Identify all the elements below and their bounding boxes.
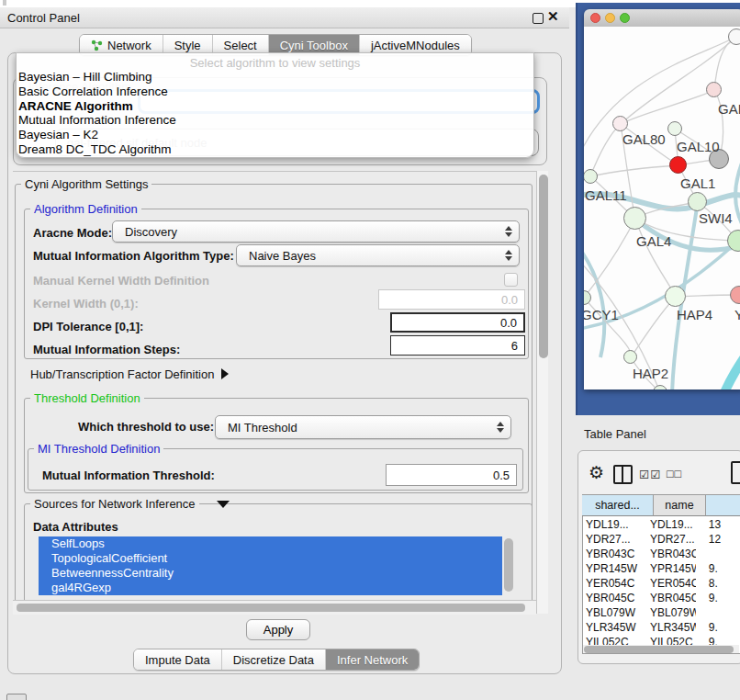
node-label-gal11: GAL11 [585, 187, 627, 203]
algorithm-option[interactable]: Dream8 DC_TDC Algorithm [17, 142, 533, 157]
dpi-tolerance-field[interactable]: 0.0 [390, 312, 525, 333]
network-window-titlebar[interactable] [584, 9, 740, 28]
data-attributes-list[interactable]: SelfLoopsTopologicalCoefficientBetweenne… [39, 536, 502, 595]
table-row[interactable]: YBR043CYBR043C [583, 547, 740, 561]
mi-threshold-label: Mutual Information Threshold: [42, 469, 215, 482]
node-label-y: Y [734, 307, 740, 322]
network-node-swi4[interactable] [688, 192, 707, 211]
stepper-arrows-icon [505, 250, 512, 261]
kernel-width-label: Kernel Width (0,1): [33, 297, 139, 310]
network-node-gal80[interactable] [612, 116, 628, 131]
attribute-item-selected[interactable]: SelfLoops [39, 536, 502, 551]
algorithm-option[interactable]: Mutual Information Inference [17, 113, 533, 128]
tab-discretize-data[interactable]: Discretize Data [222, 649, 326, 670]
attribute-item-selected[interactable]: gal4RGexp [39, 581, 502, 595]
node-label-swi4: SWI4 [699, 210, 733, 226]
table-row[interactable]: YBR045CYBR045C9. [583, 591, 740, 605]
node-label-hap4: HAP4 [677, 307, 712, 322]
algorithm-option[interactable]: Basic Correlation Inference [17, 85, 533, 99]
mi-type-select[interactable]: Naive Bayes [236, 244, 520, 266]
column-header-name[interactable]: name [654, 494, 706, 516]
deselect-all-checkboxes-icon[interactable]: □□ [667, 468, 682, 480]
float-panel-icon[interactable] [533, 13, 544, 24]
stepper-arrows-icon [505, 226, 512, 237]
minimize-window-icon[interactable] [605, 13, 615, 23]
table-row[interactable]: YLR345WYLR345W9. [583, 620, 740, 635]
collapse-arrow-icon[interactable] [217, 501, 230, 508]
algorithm-option[interactable]: Bayesian – Hill Climbing [17, 70, 533, 85]
hub-definition-label: Hub/Transcription Factor Definition [30, 367, 214, 381]
attribute-item-selected[interactable]: BetweennessCentrality [39, 566, 502, 581]
aracne-mode-label: Aracne Mode: [33, 226, 112, 240]
network-node-hap4[interactable] [665, 286, 686, 307]
tab-discretize-data-label: Discretize Data [233, 653, 314, 667]
algorithm-dropdown-popup: Select algorithm to view settings Bayesi… [16, 52, 534, 158]
column-header-partial[interactable] [706, 494, 740, 516]
which-threshold-label: Which threshold to use: [78, 420, 214, 434]
panel-title: Control Panel [7, 11, 80, 25]
manual-kernel-checkbox[interactable] [504, 273, 518, 287]
settings-scroll-area: Cyni Algorithm Settings Algorithm Defini… [13, 171, 536, 615]
select-all-checkboxes-icon[interactable]: ☑☑ [639, 468, 661, 481]
tab-impute-data[interactable]: Impute Data [134, 649, 222, 670]
network-node-hap2[interactable] [623, 350, 637, 364]
aracne-mode-select[interactable]: Discovery [112, 220, 520, 243]
show-columns-icon[interactable] [613, 465, 633, 484]
attributes-scrollbar-thumb[interactable] [504, 538, 513, 592]
mi-threshold-field[interactable]: 0.5 [386, 464, 517, 486]
kernel-width-field[interactable]: 0.0 [378, 289, 525, 310]
settings-vscrollbar[interactable] [536, 171, 548, 614]
apply-button[interactable]: Apply [246, 619, 310, 640]
network-node[interactable] [728, 28, 740, 45]
algorithm-definition-title: Algorithm Definition [30, 202, 141, 216]
network-view-window[interactable]: GAL GAL80 GAL10 GAL1 GAL11 SWI4 GAL4 GCY… [584, 9, 740, 390]
column-header-shared-name[interactable]: shared... [582, 494, 654, 516]
algorithm-option[interactable]: Bayesian – K2 [17, 128, 533, 142]
which-threshold-select[interactable]: MI Threshold [215, 415, 511, 439]
dpi-tolerance-value: 0.0 [500, 316, 517, 330]
aracne-mode-value: Discovery [125, 225, 177, 239]
algorithm-option[interactable]: ARACNE Algorithm [17, 99, 533, 114]
table-row[interactable]: YPR145WYPR145W9. [583, 561, 740, 576]
table-settings-gear-icon[interactable]: ⚙ [589, 462, 604, 483]
tab-impute-data-label: Impute Data [145, 653, 210, 667]
table-row[interactable]: YDR27...YDR27...12 [583, 532, 740, 547]
settings-hscrollbar-thumb[interactable] [17, 604, 525, 612]
table-header-row: shared... name [582, 494, 740, 516]
zoom-window-icon[interactable] [620, 13, 630, 23]
node-label-gcy1: GCY1 [584, 307, 619, 322]
network-canvas[interactable]: GAL GAL80 GAL10 GAL1 GAL11 SWI4 GAL4 GCY… [584, 27, 740, 390]
table-row[interactable]: YIL052CYIL052C9. [583, 635, 740, 645]
mi-steps-field[interactable]: 6 [390, 335, 525, 356]
tab-select-label: Select [224, 39, 257, 52]
network-node-gal1-selected[interactable] [669, 156, 687, 174]
node-label-gal80: GAL80 [622, 131, 666, 147]
collapsed-panel-icon[interactable] [6, 694, 27, 700]
settings-vscrollbar-thumb[interactable] [539, 175, 548, 358]
close-panel-icon[interactable]: ✕ [547, 8, 559, 25]
algorithm-dropdown-prompt: Select algorithm to view settings [17, 53, 533, 70]
hub-definition-expander[interactable]: Hub/Transcription Factor Definition [30, 367, 229, 381]
export-table-icon[interactable] [731, 461, 740, 484]
network-node-gal10[interactable] [667, 121, 682, 136]
table-body[interactable]: YDL19...YDL19...13 YDR27...YDR27...12 YB… [583, 517, 740, 645]
table-hscrollbar-thumb[interactable] [584, 646, 734, 653]
table-row[interactable]: YER054CYER054C8. [583, 576, 740, 591]
network-node-gal[interactable] [706, 82, 722, 97]
table-hscrollbar[interactable] [583, 645, 739, 653]
attribute-item-selected[interactable]: TopologicalCoefficient [39, 551, 502, 566]
tab-infer-network[interactable]: Infer Network [326, 649, 419, 670]
settings-hscrollbar[interactable] [13, 600, 536, 615]
tab-infer-network-label: Infer Network [337, 653, 408, 667]
network-edges [584, 27, 740, 390]
stepper-arrows-icon [497, 422, 504, 433]
mi-steps-label: Mutual Information Steps: [33, 343, 180, 356]
table-row[interactable]: YDL19...YDL19...13 [583, 517, 740, 532]
close-window-icon[interactable] [590, 13, 600, 23]
mi-steps-value: 6 [511, 339, 518, 353]
cyni-mode-tabbar: Impute Data Discretize Data Infer Networ… [133, 649, 420, 671]
network-node-gal4[interactable] [623, 207, 646, 230]
control-panel-titlebar: Control Panel [0, 7, 569, 28]
table-row[interactable]: YBL079WYBL079W [583, 605, 740, 620]
node-label-hap2: HAP2 [633, 366, 668, 381]
